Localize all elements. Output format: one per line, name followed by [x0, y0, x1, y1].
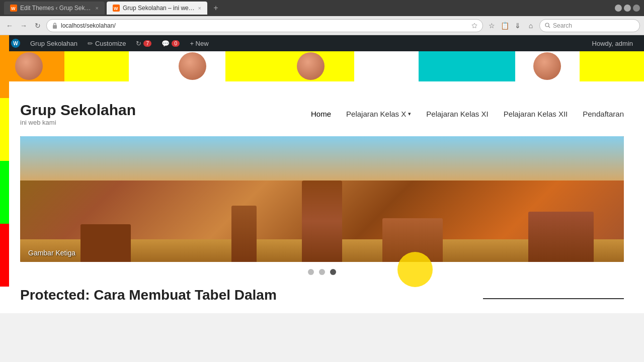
home-nav-icon[interactable]: ⌂	[525, 20, 536, 31]
article-title: Protected: Cara Membuat Tabel Dalam	[20, 287, 277, 303]
svg-rect-4	[53, 25, 57, 29]
svg-text:W: W	[114, 6, 118, 11]
tab2-favicon: W	[113, 5, 120, 12]
history-icon[interactable]: 📋	[499, 20, 510, 31]
dot-3[interactable]	[330, 269, 336, 275]
lock-icon	[52, 23, 58, 29]
wp-logo: W	[11, 39, 20, 48]
browser-toolbar: ← → ↻ localhost/sekolahan/ ☆ 📋 ⇓ ⌂ Searc…	[0, 16, 644, 35]
site-title: Grup Sekolahan	[20, 102, 136, 119]
nav-kelas-xii[interactable]: Pelajaran Kelas XII	[504, 110, 568, 118]
nav-home[interactable]: Home	[311, 110, 331, 118]
dot-1[interactable]	[308, 269, 314, 275]
reload-button[interactable]: ↻	[32, 20, 43, 31]
tab2-close[interactable]: ×	[198, 5, 201, 11]
wp-new-label: + New	[190, 40, 208, 47]
slider-dots	[20, 262, 624, 282]
article-divider	[483, 298, 624, 299]
forward-button[interactable]: →	[18, 20, 29, 31]
avatar-3	[297, 52, 325, 80]
updates-badge: 7	[143, 40, 151, 47]
search-placeholder: Search	[553, 22, 572, 29]
article-title-area: Protected: Cara Membuat Tabel Dalam	[20, 282, 624, 303]
site-branding: Grup Sekolahan ini web kami	[20, 102, 136, 126]
address-bar[interactable]: localhost/sekolahan/	[46, 19, 483, 32]
wp-customize[interactable]: ✏ Customize	[83, 35, 131, 51]
wp-comments[interactable]: 💬 0	[156, 35, 185, 51]
tab1-close[interactable]: ×	[96, 5, 99, 11]
new-tab-button[interactable]: +	[209, 2, 222, 15]
toolbar-icons: ☆ 📋 ⇓ ⌂	[486, 20, 536, 31]
avatar-1	[15, 52, 43, 80]
main-content: Grup Sekolahan ini web kami Home Pelajar…	[0, 81, 644, 313]
tab1-label: Edit Themes ‹ Grup Sekola...	[20, 5, 93, 12]
canyon-scene	[20, 136, 624, 262]
bookmark-star-icon	[471, 23, 477, 29]
tab2-label: Grup Sekolahan – ini web k...	[123, 5, 195, 12]
browser-tab-1[interactable]: W Edit Themes ‹ Grup Sekola... ×	[4, 2, 105, 15]
slider-image: Gambar Ketiga	[20, 136, 624, 262]
slider-caption: Gambar Ketiga	[28, 249, 75, 257]
dropdown-icon: ▾	[408, 111, 411, 117]
wp-admin-bar: W Grup Sekolahan ✏ Customize ↻ 7 💬 0 + N…	[0, 35, 644, 51]
bookmark-icon[interactable]: ☆	[486, 20, 497, 31]
svg-line-6	[549, 27, 550, 28]
comments-badge: 0	[172, 40, 180, 47]
maximize-button[interactable]	[624, 5, 631, 12]
image-slider[interactable]: Gambar Ketiga	[20, 136, 624, 262]
back-button[interactable]: ←	[4, 20, 15, 31]
search-bar[interactable]: Search	[539, 19, 640, 32]
avatar-2	[179, 52, 206, 80]
dot-2[interactable]	[319, 269, 325, 275]
slider-controls-area	[20, 262, 624, 282]
tab1-favicon: W	[10, 5, 17, 12]
browser-tab-2[interactable]: W Grup Sekolahan – ini web k... ×	[107, 2, 207, 15]
site-header: Grup Sekolahan ini web kami Home Pelajar…	[20, 92, 624, 136]
address-text: localhost/sekolahan/	[61, 22, 468, 29]
wp-site-name[interactable]: Grup Sekolahan	[25, 35, 83, 51]
wp-new[interactable]: + New	[185, 35, 213, 51]
svg-point-5	[545, 23, 549, 27]
nav-kelas-x[interactable]: Pelajaran Kelas X ▾	[346, 110, 411, 118]
site-tagline: ini web kami	[20, 119, 136, 126]
avatar-4	[533, 52, 561, 80]
wp-site-name-label: Grup Sekolahan	[30, 40, 77, 47]
window-controls	[615, 5, 640, 12]
svg-text:W: W	[11, 6, 16, 11]
minimize-button[interactable]	[615, 5, 622, 12]
wp-greeting: Howdy, admin	[587, 40, 638, 47]
nav-kelas-xi[interactable]: Pelajaran Kelas XI	[426, 110, 488, 118]
site-nav: Home Pelajaran Kelas X ▾ Pelajaran Kelas…	[311, 110, 624, 118]
download-icon[interactable]: ⇓	[512, 20, 523, 31]
search-icon	[545, 23, 550, 28]
browser-titlebar: W Edit Themes ‹ Grup Sekola... × W Grup …	[0, 0, 644, 16]
close-button[interactable]	[633, 5, 640, 12]
wp-updates[interactable]: ↻ 7	[131, 35, 156, 51]
nav-pendaftaran[interactable]: Pendaftaran	[583, 110, 624, 118]
color-strip	[0, 51, 644, 81]
wp-customize-label: Customize	[95, 40, 126, 47]
